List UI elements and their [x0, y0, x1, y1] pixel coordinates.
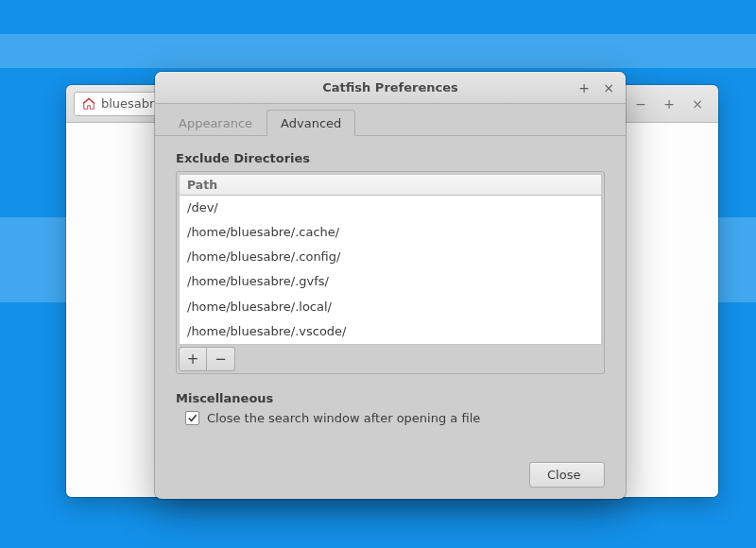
dialog-action-bar: Close	[176, 445, 605, 488]
dialog-title: Catfish Preferences	[164, 80, 616, 94]
exclude-toolbar: + −	[179, 347, 602, 371]
list-item[interactable]: /home/bluesabre/.config/	[180, 245, 601, 269]
close-dialog-button[interactable]: Close	[529, 462, 605, 488]
exclude-column-header[interactable]: Path	[179, 174, 602, 196]
list-item[interactable]: /home/bluesabre/.cache/	[180, 220, 601, 245]
tab-advanced[interactable]: Advanced	[266, 110, 355, 136]
plus-icon: +	[187, 351, 199, 368]
home-icon	[82, 97, 95, 111]
maximize-button[interactable]: +	[662, 96, 677, 111]
checkbox[interactable]	[185, 411, 199, 425]
dialog-titlebar[interactable]: Catfish Preferences + ×	[155, 72, 626, 104]
tab-appearance[interactable]: Appearance	[164, 110, 266, 136]
minimize-button[interactable]: −	[633, 96, 648, 111]
list-item[interactable]: /home/bluesabre/.local/	[180, 295, 601, 319]
close-after-open-label: Close the search window after opening a …	[207, 411, 480, 425]
exclude-list-frame: Path /dev//home/bluesabre/.cache//home/b…	[176, 171, 605, 374]
list-item[interactable]: /dev/	[180, 196, 601, 220]
remove-button[interactable]: −	[207, 347, 235, 371]
check-icon	[187, 413, 198, 423]
close-button[interactable]: ×	[601, 80, 616, 95]
maximize-button[interactable]: +	[576, 80, 592, 95]
misc-heading: Miscellaneous	[176, 391, 605, 405]
minus-icon: −	[215, 351, 227, 368]
add-button[interactable]: +	[179, 347, 207, 371]
list-item[interactable]: /home/bluesabre/.vscode/	[180, 319, 601, 344]
close-after-open-option[interactable]: Close the search window after opening a …	[185, 411, 605, 425]
exclude-list[interactable]: /dev//home/bluesabre/.cache//home/bluesa…	[179, 196, 602, 345]
path-label: bluesabre	[101, 96, 162, 111]
tab-content-advanced: Exclude Directories Path /dev//home/blue…	[155, 136, 626, 499]
wallpaper-stripe	[0, 34, 756, 68]
list-item[interactable]: /home/bluesabre/.gvfs/	[180, 269, 601, 294]
exclude-heading: Exclude Directories	[176, 151, 605, 165]
close-button[interactable]: ×	[690, 96, 705, 111]
misc-section: Miscellaneous Close the search window af…	[176, 389, 605, 425]
preferences-dialog: Catfish Preferences + × Appearance Advan…	[155, 72, 626, 499]
tab-bar: Appearance Advanced	[155, 104, 626, 136]
